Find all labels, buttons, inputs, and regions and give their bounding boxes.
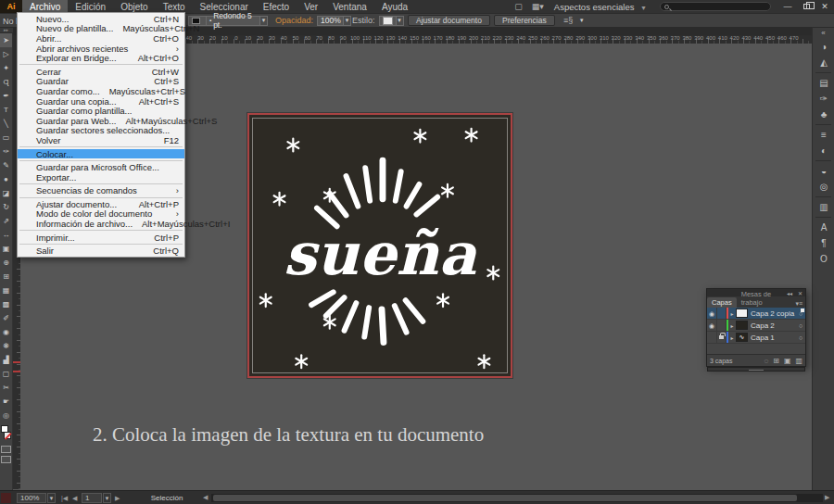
column-graph-tool-icon[interactable]: ▟ <box>0 353 12 367</box>
layer-row[interactable]: ◉▸Capa 2○ <box>707 320 805 332</box>
preferences-button[interactable]: Preferencias <box>494 15 555 26</box>
horizontal-scrollbar[interactable] <box>211 494 823 502</box>
close-button[interactable]: ✕ <box>815 0 834 13</box>
panel-menu-icon[interactable]: ▾≡ <box>795 300 805 308</box>
free-transform-tool-icon[interactable]: ▣ <box>0 242 12 256</box>
pencil-tool-icon[interactable]: ✎ <box>0 158 12 172</box>
menu-item[interactable]: Exportar... <box>18 172 184 183</box>
eyedropper-tool-icon[interactable]: ✐ <box>0 311 12 325</box>
menu-item[interactable]: SalirCtrl+Q <box>18 246 184 256</box>
symbols-panel-icon[interactable]: ♣ <box>813 107 834 122</box>
chevron-down-icon[interactable]: ▼ <box>396 16 404 26</box>
menu-item[interactable]: Abrir...Ctrl+O <box>18 33 184 44</box>
menu-seleccionar[interactable]: Seleccionar <box>193 0 256 13</box>
new-layer-button[interactable]: ▣ <box>784 357 791 365</box>
artboards-panel-icon[interactable]: ▥ <box>813 199 834 215</box>
menu-item[interactable]: Guardar sectores seleccionados... <box>18 126 184 136</box>
color-guide-panel-icon[interactable]: ◭ <box>813 55 834 70</box>
menu-item[interactable]: Abrir archivos recientes› <box>18 44 184 54</box>
line-segment-tool-icon[interactable]: ╲ <box>0 117 12 131</box>
workspace-switcher[interactable]: Aspectos esenciales ▼ <box>549 2 652 12</box>
fit-document-button[interactable]: Ajustar documento <box>408 15 490 26</box>
menu-item[interactable]: VolverF12 <box>18 135 184 145</box>
delete-layer-button[interactable]: ▥ <box>795 357 802 365</box>
arrange-documents-icon[interactable]: ▦▾ <box>527 2 549 11</box>
menu-item[interactable]: Guardar como...Mayúsculas+Ctrl+S <box>18 86 184 96</box>
expand-layer-icon[interactable]: ▸ <box>728 334 736 341</box>
menu-item[interactable]: GuardarCtrl+S <box>18 77 184 87</box>
menu-item[interactable]: Guardar para Web...Alt+Mayúsculas+Ctrl+S <box>18 116 184 126</box>
brushes-panel-icon[interactable]: ✑ <box>813 91 834 107</box>
symbol-sprayer-tool-icon[interactable]: ❋ <box>0 339 12 353</box>
rectangle-tool-icon[interactable]: ▭ <box>0 131 12 145</box>
stroke-panel-icon[interactable]: ≡ <box>813 127 834 143</box>
scroll-left-icon[interactable]: ◀ <box>203 494 208 501</box>
visibility-eye-icon[interactable] <box>707 332 717 343</box>
eraser-tool-icon[interactable]: ◪ <box>0 186 12 200</box>
rotate-tool-icon[interactable]: ↻ <box>0 200 12 214</box>
direct-selection-tool-icon[interactable]: ▷ <box>0 47 12 61</box>
tab-capas[interactable]: Capas <box>707 297 737 308</box>
artboard-tool-icon[interactable]: ▢ <box>0 367 12 381</box>
slice-tool-icon[interactable]: ✂ <box>0 381 12 395</box>
blend-tool-icon[interactable]: ◉ <box>0 325 12 339</box>
character-panel-icon[interactable]: A <box>813 220 834 235</box>
menu-ver[interactable]: Ver <box>297 0 325 13</box>
type-tool-icon[interactable]: T <box>0 103 12 117</box>
menu-ayuda[interactable]: Ayuda <box>374 0 415 13</box>
lasso-tool-icon[interactable]: Ɋ <box>0 75 12 89</box>
chevron-down-icon[interactable]: ▼ <box>259 16 268 26</box>
hand-tool-icon[interactable]: ☛ <box>0 395 12 409</box>
width-tool-icon[interactable]: ↔ <box>0 228 12 242</box>
scale-tool-icon[interactable]: ⇗ <box>0 214 12 228</box>
fill-stroke-control[interactable] <box>0 424 12 443</box>
opacity-label[interactable]: Opacidad: <box>275 16 313 25</box>
panel-resize-handle[interactable] <box>707 367 805 372</box>
zoom-level-field[interactable]: 100% <box>17 493 46 503</box>
menu-item[interactable]: Guardar una copia...Alt+Ctrl+S <box>18 96 184 107</box>
brush-definition-dropdown[interactable]: ▪ Redondo 5 pt. <box>206 16 259 26</box>
layer-target-icon[interactable]: ○ <box>796 322 805 329</box>
menu-item[interactable]: Nuevo...Ctrl+N <box>18 14 184 24</box>
restore-button[interactable] <box>797 0 815 13</box>
blob-brush-tool-icon[interactable]: ● <box>0 172 12 186</box>
menu-item[interactable]: Modo de color del documento› <box>18 209 184 220</box>
artboard-number-field[interactable]: 1 <box>82 493 102 503</box>
menu-texto[interactable]: Texto <box>156 0 193 13</box>
gradient-tool-icon[interactable]: ▩ <box>0 297 12 311</box>
paragraph-panel-icon[interactable]: ¶ <box>813 235 834 251</box>
shape-builder-tool-icon[interactable]: ⊕ <box>0 256 12 270</box>
lock-toggle[interactable] <box>717 320 727 331</box>
search-input[interactable] <box>660 2 771 11</box>
menu-archivo[interactable]: Archivo <box>22 0 68 13</box>
transparency-panel-icon[interactable]: ◒ <box>813 163 834 179</box>
mesh-tool-icon[interactable]: ▦ <box>0 284 12 297</box>
scroll-right-icon[interactable]: ▶ <box>825 494 829 501</box>
layer-target-icon[interactable]: ○ <box>796 334 805 341</box>
style-dropdown[interactable] <box>379 16 396 26</box>
lock-toggle[interactable] <box>717 332 727 343</box>
menu-item[interactable]: Nuevo de plantilla...Mayúsculas+Ctrl+N <box>18 24 184 34</box>
appearance-panel-icon[interactable]: ◎ <box>813 179 834 195</box>
menu-item[interactable]: Colocar... <box>18 149 184 159</box>
next-artboard-icon[interactable]: ▶ <box>115 493 120 503</box>
visibility-eye-icon[interactable]: ◉ <box>707 320 717 331</box>
panel-options-icon[interactable]: ≡§ <box>559 16 577 25</box>
zoom-tool-icon[interactable]: ◎ <box>0 409 12 422</box>
lock-toggle[interactable] <box>717 308 727 319</box>
menu-efecto[interactable]: Efecto <box>256 0 297 13</box>
opentype-panel-icon[interactable]: O <box>813 251 834 267</box>
menu-objeto[interactable]: Objeto <box>113 0 155 13</box>
menu-item[interactable]: Información de archivo...Alt+Mayúsculas+… <box>18 219 184 229</box>
chevron-down-icon[interactable]: ▼ <box>577 16 586 26</box>
menu-item[interactable]: Ajustar documento...Alt+Ctrl+P <box>18 199 184 209</box>
expand-panels-icon[interactable]: « <box>813 28 834 39</box>
screen-mode-icon[interactable] <box>1 456 11 463</box>
menu-item[interactable]: Guardar para Microsoft Office... <box>18 162 184 172</box>
expand-layer-icon[interactable]: ▸ <box>728 310 736 317</box>
menu-item[interactable]: Guardar como plantilla... <box>18 106 184 116</box>
color-panel-icon[interactable]: ◑ <box>813 39 834 55</box>
selection-tool-icon[interactable]: ➤ <box>0 33 12 47</box>
perspective-grid-tool-icon[interactable]: ⊞ <box>0 270 12 284</box>
layer-row[interactable]: ◉▸Capa 2 copia○ <box>707 308 805 320</box>
